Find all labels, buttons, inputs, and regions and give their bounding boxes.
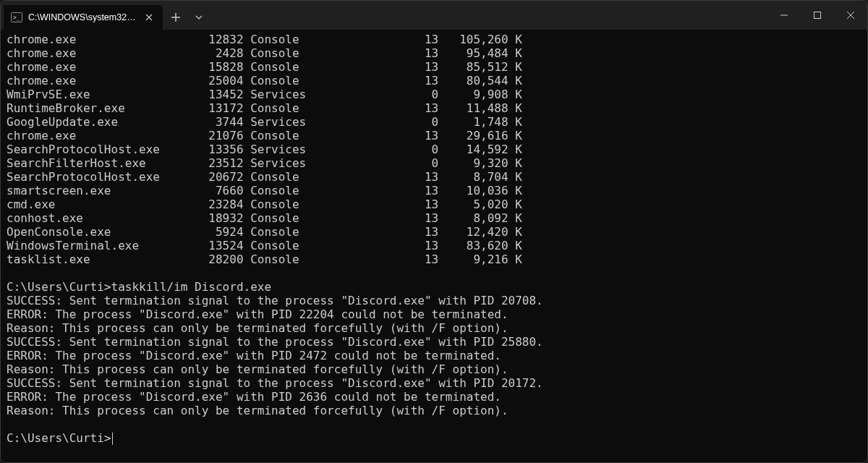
tasklist-row: tasklist.exe 28200 Console 13 9,216 K <box>7 252 861 266</box>
tasklist-row: WmiPrvSE.exe 13452 Services 0 9,908 K <box>7 88 861 101</box>
result-line: SUCCESS: Sent termination signal to the … <box>7 294 861 307</box>
tasklist-row: chrome.exe 15828 Console 13 85,512 K <box>7 60 861 74</box>
result-line: Reason: This process can only be termina… <box>7 404 861 417</box>
tab-title: C:\WINDOWS\system32\cmd. <box>28 12 137 22</box>
tasklist-row: OpenConsole.exe 5924 Console 13 12,420 K <box>7 225 861 239</box>
tasklist-row: GoogleUpdate.exe 3744 Services 0 1,748 K <box>7 115 861 129</box>
cmd-icon: >_ <box>11 12 22 23</box>
blank-line <box>7 266 861 280</box>
terminal-output[interactable]: chrome.exe 12832 Console 13 105,260 Kchr… <box>1 30 867 462</box>
terminal-window: >_ C:\WINDOWS\system32\cmd. <box>0 0 868 463</box>
tasklist-row: chrome.exe 12832 Console 13 105,260 K <box>7 33 861 46</box>
tab-dropdown-button[interactable] <box>189 5 209 30</box>
result-line: ERROR: The process "Discord.exe" with PI… <box>7 390 861 404</box>
result-line: SUCCESS: Sent termination signal to the … <box>7 335 861 349</box>
tasklist-row: SearchProtocolHost.exe 20672 Console 13 … <box>7 170 861 184</box>
svg-text:>_: >_ <box>13 14 20 21</box>
tasklist-row: conhost.exe 18932 Console 13 8,092 K <box>7 211 861 225</box>
svg-rect-2 <box>814 12 821 19</box>
minimize-button[interactable] <box>767 1 801 30</box>
prompt-line: C:\Users\Curti> <box>7 431 861 445</box>
tasklist-row: smartscreen.exe 7660 Console 13 10,036 K <box>7 184 861 197</box>
result-line: ERROR: The process "Discord.exe" with PI… <box>7 349 861 362</box>
tasklist-row: cmd.exe 23284 Console 13 5,020 K <box>7 197 861 211</box>
tasklist-row: SearchProtocolHost.exe 13356 Services 0 … <box>7 143 861 156</box>
prompt-line: C:\Users\Curti>taskkill/im Discord.exe <box>7 280 861 294</box>
result-line: SUCCESS: Sent termination signal to the … <box>7 376 861 390</box>
titlebar: >_ C:\WINDOWS\system32\cmd. <box>1 1 867 30</box>
tab-active[interactable]: >_ C:\WINDOWS\system32\cmd. <box>4 5 163 30</box>
result-line: Reason: This process can only be termina… <box>7 362 861 376</box>
blank-line <box>7 417 861 431</box>
tasklist-row: chrome.exe 25004 Console 13 80,544 K <box>7 74 861 88</box>
tab-actions <box>163 1 209 30</box>
maximize-button[interactable] <box>801 1 834 30</box>
new-tab-button[interactable] <box>163 5 189 30</box>
result-line: ERROR: The process "Discord.exe" with PI… <box>7 307 861 321</box>
tasklist-row: chrome.exe 21076 Console 13 29,616 K <box>7 129 861 143</box>
tasklist-row: RuntimeBroker.exe 13172 Console 13 11,48… <box>7 101 861 115</box>
titlebar-drag-region[interactable] <box>209 1 767 30</box>
result-line: Reason: This process can only be termina… <box>7 321 861 335</box>
tasklist-row: WindowsTerminal.exe 13524 Console 13 83,… <box>7 239 861 252</box>
window-controls <box>767 1 867 30</box>
tab-close-button[interactable] <box>142 11 156 24</box>
cursor <box>112 433 113 445</box>
tasklist-row: chrome.exe 2428 Console 13 95,484 K <box>7 46 861 60</box>
tasklist-row: SearchFilterHost.exe 23512 Services 0 9,… <box>7 156 861 170</box>
close-button[interactable] <box>834 1 867 30</box>
